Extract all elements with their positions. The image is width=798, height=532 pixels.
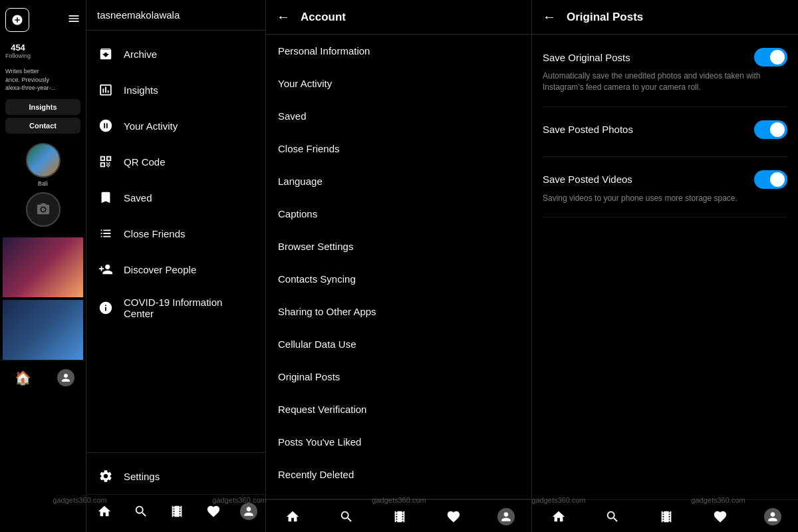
account-nav-heart[interactable] <box>444 507 464 527</box>
account-item-personal-info[interactable]: Personal Information <box>266 35 531 67</box>
account-item-posts-liked[interactable]: Posts You've Liked <box>266 426 531 458</box>
account-nav-search[interactable] <box>336 507 356 527</box>
account-item-your-activity[interactable]: Your Activity <box>266 67 531 100</box>
menu-nav-home[interactable] <box>94 501 114 521</box>
insights-icon <box>97 81 114 98</box>
profile-header <box>0 0 86 40</box>
menu-bottom-nav <box>86 494 265 527</box>
original-posts-title: Original Posts <box>567 11 643 24</box>
menu-qr-label: QR Code <box>124 156 166 168</box>
account-item-request-verification[interactable]: Request Verification <box>266 393 531 426</box>
highlight-camera[interactable] <box>5 192 80 227</box>
covid-icon <box>97 299 114 317</box>
insights-button[interactable]: Insights <box>5 99 80 115</box>
original-nav-avatar[interactable] <box>764 508 781 525</box>
original-nav-search[interactable] <box>602 507 622 527</box>
account-back-button[interactable]: ← <box>277 9 290 25</box>
save-original-posts-desc: Automatically save the unedited photos a… <box>543 70 787 93</box>
menu-item-your-activity[interactable]: Your Activity <box>86 108 265 144</box>
highlight-bali-circle <box>26 143 61 178</box>
account-header: ← Account <box>266 0 531 35</box>
account-title: Account <box>301 11 346 24</box>
menu-nav-avatar[interactable] <box>240 503 257 520</box>
save-posted-videos-desc: Saving videos to your phone uses more st… <box>543 193 787 204</box>
qr-icon <box>97 153 114 170</box>
menu-header: tasneemakolawala <box>86 0 265 31</box>
highlight-bali-label: Bali <box>38 180 48 187</box>
menu-activity-label: Your Activity <box>124 120 178 132</box>
save-original-posts-toggle[interactable] <box>754 48 787 66</box>
settings-icon <box>97 467 114 485</box>
account-nav-reels[interactable] <box>390 507 410 527</box>
close-friends-icon <box>97 225 114 242</box>
profile-bottom-nav: 🏠 <box>0 360 86 394</box>
contact-button[interactable]: Contact <box>5 118 80 134</box>
nav-home-button[interactable]: 🏠 <box>12 367 34 388</box>
post-thumbnail-2[interactable] <box>3 300 83 360</box>
original-nav-home[interactable] <box>549 507 569 527</box>
profile-panel: 454 Following Writes better ance. Previo… <box>0 0 86 532</box>
account-bottom-nav <box>266 499 531 532</box>
save-posted-videos-setting: Save Posted Videos Saving videos to your… <box>543 157 787 218</box>
following-label: Following <box>5 53 31 59</box>
menu-panel: tasneemakolawala Archive Insights <box>86 0 266 532</box>
account-nav-avatar[interactable] <box>497 508 515 525</box>
menu-close-friends-label: Close Friends <box>124 228 186 239</box>
account-item-original-posts[interactable]: Original Posts <box>266 360 531 393</box>
hamburger-menu-button[interactable] <box>67 12 80 28</box>
menu-archive-label: Archive <box>124 49 157 60</box>
activity-icon <box>97 117 114 134</box>
menu-nav-reels[interactable] <box>167 501 187 521</box>
saved-icon <box>97 189 114 206</box>
save-original-posts-label: Save Original Posts <box>543 52 630 63</box>
original-posts-bottom-nav <box>532 499 798 532</box>
discover-icon <box>97 261 114 278</box>
highlight-camera-circle <box>26 192 61 227</box>
account-item-sharing[interactable]: Sharing to Other Apps <box>266 295 531 328</box>
original-nav-heart[interactable] <box>710 507 730 527</box>
profile-highlights: Bali <box>0 138 86 232</box>
menu-item-covid[interactable]: COVID-19 Information Center <box>86 287 265 329</box>
nav-avatar[interactable] <box>57 369 74 386</box>
menu-item-settings[interactable]: Settings <box>86 458 265 494</box>
menu-insights-label: Insights <box>124 84 158 96</box>
menu-item-discover-people[interactable]: Discover People <box>86 251 265 287</box>
new-post-button[interactable] <box>5 8 29 32</box>
save-posted-videos-label: Save Posted Videos <box>543 174 632 185</box>
account-item-saved[interactable]: Saved <box>266 100 531 132</box>
save-posted-photos-setting: Save Posted Photos <box>543 107 787 157</box>
menu-saved-label: Saved <box>124 192 152 203</box>
account-panel: ← Account Personal Information Your Acti… <box>266 0 532 532</box>
save-original-posts-setting: Save Original Posts Automatically save t… <box>543 35 787 107</box>
save-posted-photos-label: Save Posted Photos <box>543 124 633 135</box>
account-item-contacts-syncing[interactable]: Contacts Syncing <box>266 263 531 295</box>
post-thumbnail-1[interactable] <box>3 237 83 297</box>
menu-nav-search[interactable] <box>131 501 151 521</box>
save-posted-videos-toggle[interactable] <box>754 170 787 189</box>
account-items-list: Personal Information Your Activity Saved… <box>266 35 531 499</box>
highlight-bali[interactable]: Bali <box>5 143 80 187</box>
menu-discover-label: Discover People <box>124 264 196 275</box>
original-nav-reels[interactable] <box>656 507 676 527</box>
original-posts-content: Save Original Posts Automatically save t… <box>532 35 798 499</box>
account-item-language[interactable]: Language <box>266 165 531 198</box>
menu-item-archive[interactable]: Archive <box>86 36 265 72</box>
archive-icon <box>97 45 114 63</box>
original-posts-back-button[interactable]: ← <box>543 9 556 25</box>
menu-nav-heart[interactable] <box>203 501 223 521</box>
account-item-browser-settings[interactable]: Browser Settings <box>266 230 531 263</box>
profile-bio: Writes better ance. Previously alexa-thr… <box>0 65 86 95</box>
save-posted-photos-toggle[interactable] <box>754 120 787 139</box>
account-item-captions[interactable]: Captions <box>266 198 531 230</box>
profile-stats: 454 Following <box>0 40 86 65</box>
account-item-close-friends[interactable]: Close Friends <box>266 132 531 165</box>
menu-settings-label: Settings <box>124 471 160 482</box>
menu-item-insights[interactable]: Insights <box>86 72 265 108</box>
menu-item-saved[interactable]: Saved <box>86 180 265 215</box>
menu-item-qr-code[interactable]: QR Code <box>86 144 265 180</box>
menu-bottom: Settings <box>86 452 265 532</box>
account-nav-home[interactable] <box>283 507 303 527</box>
account-item-recently-deleted[interactable]: Recently Deleted <box>266 458 531 491</box>
menu-item-close-friends[interactable]: Close Friends <box>86 215 265 251</box>
account-item-cellular[interactable]: Cellular Data Use <box>266 328 531 360</box>
